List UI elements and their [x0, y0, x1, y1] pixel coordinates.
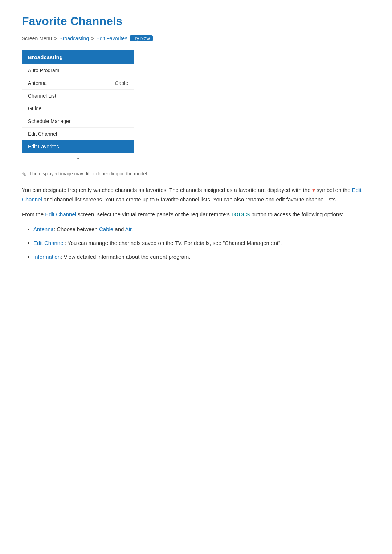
bullet-air-link[interactable]: Air: [125, 226, 132, 232]
menu-item-auto-program-label: Auto Program: [28, 67, 59, 73]
broadcasting-menu: Broadcasting Auto Program Antenna Cable …: [22, 50, 134, 162]
bullet-and: and: [113, 226, 125, 232]
page-title: Favorite Channels: [22, 15, 370, 28]
breadcrumb-static: Screen Menu: [22, 36, 52, 41]
bullet-edit-channel-sep: : You can manage the channels saved on t…: [65, 240, 282, 246]
menu-item-channel-list-label: Channel List: [28, 93, 56, 99]
breadcrumb: Screen Menu > Broadcasting > Edit Favori…: [22, 35, 370, 41]
menu-item-guide[interactable]: Guide: [22, 102, 134, 115]
pencil-icon: ✎: [22, 171, 26, 178]
bullet-period: .: [131, 226, 133, 232]
menu-item-edit-channel[interactable]: Edit Channel: [22, 127, 134, 140]
para1-after: and channel list screens. You can create…: [44, 196, 337, 202]
para2-tools: TOOLS: [231, 211, 250, 217]
breadcrumb-sep2: >: [91, 36, 94, 41]
note-text: The displayed image may differ depending…: [29, 171, 148, 176]
bullet-list: Antenna: Choose between Cable and Air. E…: [22, 225, 370, 261]
menu-item-auto-program[interactable]: Auto Program: [22, 64, 134, 77]
para2-edit-channel-link[interactable]: Edit Channel: [45, 211, 76, 217]
menu-header: Broadcasting: [22, 50, 134, 64]
list-item-information: Information: View detailed information a…: [33, 253, 370, 261]
content-para2: From the Edit Channel screen, select the…: [22, 210, 370, 219]
menu-item-antenna-label: Antenna: [28, 80, 47, 86]
breadcrumb-broadcasting[interactable]: Broadcasting: [59, 36, 89, 41]
content-para1: You can designate frequently watched cha…: [22, 185, 370, 204]
breadcrumb-sep1: >: [54, 36, 57, 41]
para2-mid: screen, select the virtual remote panel'…: [78, 211, 229, 217]
para2-after: button to access the following options:: [251, 211, 343, 217]
bullet-information-sep: : View detailed information about the cu…: [61, 254, 190, 260]
heart-icon: ♥: [312, 187, 315, 193]
breadcrumb-edit-favorites[interactable]: Edit Favorites: [96, 36, 127, 41]
bullet-antenna-label[interactable]: Antenna: [33, 226, 54, 232]
menu-item-channel-list[interactable]: Channel List: [22, 89, 134, 102]
bullet-edit-channel-label[interactable]: Edit Channel: [33, 240, 65, 246]
list-item-edit-channel: Edit Channel: You can manage the channel…: [33, 239, 370, 247]
menu-item-schedule-manager[interactable]: Schedule Manager: [22, 115, 134, 127]
list-item-antenna: Antenna: Choose between Cable and Air.: [33, 225, 370, 234]
try-now-button[interactable]: Try Now: [130, 35, 153, 41]
menu-item-antenna-value: Cable: [115, 80, 128, 86]
menu-item-edit-favorites-label: Edit Favorites: [28, 144, 59, 149]
para1-mid: symbol on the: [317, 187, 350, 193]
para2-before: From the: [22, 211, 44, 217]
menu-chevron: ⌄: [22, 153, 134, 162]
menu-item-edit-channel-label: Edit Channel: [28, 131, 57, 137]
bullet-information-label[interactable]: Information: [33, 254, 61, 260]
bullet-cable-link[interactable]: Cable: [99, 226, 113, 232]
para1-before: You can designate frequently watched cha…: [22, 187, 311, 193]
menu-item-guide-label: Guide: [28, 106, 41, 111]
menu-item-edit-favorites[interactable]: Edit Favorites: [22, 140, 134, 153]
bullet-antenna-sep: : Choose between: [54, 226, 99, 232]
menu-item-antenna[interactable]: Antenna Cable: [22, 77, 134, 89]
image-note: ✎ The displayed image may differ dependi…: [22, 171, 370, 178]
menu-item-schedule-manager-label: Schedule Manager: [28, 118, 71, 124]
